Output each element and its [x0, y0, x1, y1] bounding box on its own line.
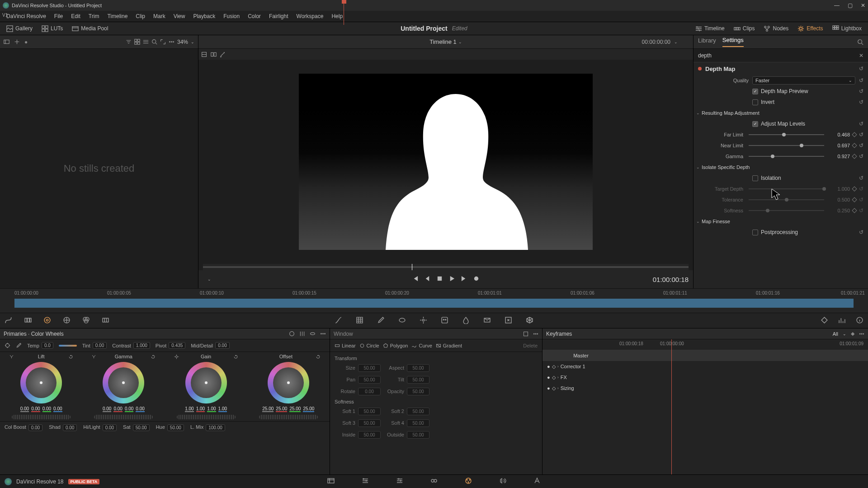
play-button[interactable]: [448, 275, 455, 283]
effect-reset-icon[interactable]: ↺: [859, 66, 863, 72]
quality-select[interactable]: Faster⌄: [752, 76, 855, 84]
gain-wheel[interactable]: Gain 1.001.001.001.00: [168, 354, 245, 419]
options-icon[interactable]: [169, 39, 175, 45]
motion-effects-icon[interactable]: [102, 316, 109, 325]
timeline-dropdown-icon[interactable]: ⌄: [458, 40, 462, 44]
keyframes-fx-row[interactable]: ●◇›FX: [542, 372, 868, 383]
mediapool-button[interactable]: Media Pool: [69, 24, 111, 33]
zoom-level[interactable]: 34%: [177, 39, 188, 45]
viewer-scrub[interactable]: [203, 264, 689, 270]
isolation-checkbox[interactable]: [752, 175, 758, 181]
primaries-options-icon[interactable]: [320, 331, 326, 337]
tab-settings[interactable]: Settings: [722, 37, 744, 47]
reset-icon[interactable]: [68, 354, 73, 359]
stop-button[interactable]: [436, 275, 443, 283]
prev-clip-button[interactable]: [412, 275, 419, 283]
fairlight-page-button[interactable]: [499, 477, 506, 486]
nodes-button[interactable]: Nodes: [761, 24, 791, 33]
menu-view[interactable]: View: [170, 12, 189, 20]
offset-wheel[interactable]: Offset 25.0025.0025.0025.00: [250, 354, 327, 419]
chevron-down-icon[interactable]: ⌄: [696, 111, 700, 115]
sizing-icon[interactable]: [505, 316, 512, 325]
sort-icon[interactable]: [126, 39, 132, 45]
postprocessing-checkbox[interactable]: [752, 230, 758, 235]
middetail-value[interactable]: 0.00: [215, 342, 229, 349]
list-view-icon[interactable]: [143, 39, 149, 45]
blur-icon[interactable]: [462, 316, 470, 325]
colorwheels-palette-icon[interactable]: [43, 316, 51, 325]
tracker-icon[interactable]: [420, 316, 427, 325]
menu-timeline[interactable]: Timeline: [104, 12, 131, 20]
timecode-top[interactable]: 00:00:00:00: [642, 39, 670, 45]
menu-file[interactable]: File: [51, 12, 66, 20]
split-screen-icon[interactable]: [211, 52, 217, 57]
menu-playback[interactable]: Playback: [189, 12, 219, 20]
menu-color[interactable]: Color: [244, 12, 264, 20]
keyframe-icon[interactable]: [852, 143, 857, 148]
step-back-button[interactable]: [424, 275, 431, 283]
gallery-button[interactable]: Gallery: [4, 24, 35, 33]
clear-search-button[interactable]: ✕: [859, 52, 863, 59]
minimize-button[interactable]: —: [834, 2, 840, 9]
mini-timeline[interactable]: 01:00:00:00 01:00:00:05 01:00:00:10 01:0…: [0, 288, 868, 313]
far-limit-slider[interactable]: Far Limit 0.468 ↺: [693, 129, 868, 140]
highlight-icon[interactable]: [201, 52, 207, 57]
warper-icon[interactable]: [356, 316, 363, 325]
deliver-page-button[interactable]: [533, 477, 541, 486]
bars-mode-icon[interactable]: [299, 331, 305, 337]
search-icon[interactable]: [151, 39, 157, 45]
close-button[interactable]: ✕: [861, 2, 865, 9]
awb-icon[interactable]: [16, 343, 22, 348]
linear-shape-button[interactable]: Linear: [335, 343, 356, 348]
info-icon[interactable]: [856, 316, 863, 325]
luts-button[interactable]: LUTs: [39, 24, 66, 33]
video-track[interactable]: [14, 299, 854, 308]
menu-workspace[interactable]: Workspace: [293, 12, 327, 20]
3d-icon[interactable]: [526, 316, 533, 325]
menu-trim[interactable]: Trim: [85, 12, 103, 20]
fusion-page-button[interactable]: [430, 477, 438, 486]
window-preset-icon[interactable]: [523, 331, 528, 337]
polygon-shape-button[interactable]: Polygon: [383, 343, 408, 348]
media-page-button[interactable]: [327, 477, 335, 486]
keyframes-master-row[interactable]: Master: [542, 350, 868, 361]
curves-palette-icon[interactable]: [5, 316, 12, 325]
scopes-icon[interactable]: [838, 316, 846, 325]
expand-icon[interactable]: [160, 39, 166, 45]
keyframe-marker-icon[interactable]: ◆: [851, 331, 854, 337]
tab-library[interactable]: Library: [698, 37, 716, 47]
near-limit-slider[interactable]: Near Limit 0.697 ↺: [693, 140, 868, 151]
pivot-value[interactable]: 0.435: [169, 342, 185, 349]
tint-value[interactable]: 0.00: [93, 342, 107, 349]
gamma-wheel[interactable]: Gamma 0.000.000.000.00: [85, 354, 162, 419]
next-clip-button[interactable]: [461, 275, 467, 283]
keyframes-sizing-row[interactable]: ●◇›Sizing: [542, 383, 868, 394]
gamma-slider[interactable]: Gamma 0.927 ↺: [693, 151, 868, 162]
log-mode-icon[interactable]: [310, 331, 316, 337]
timeline-playhead[interactable]: [344, 0, 344, 25]
eyedropper-icon[interactable]: [377, 316, 385, 325]
magicmask-icon[interactable]: [220, 52, 226, 57]
record-icon[interactable]: ●: [24, 39, 28, 45]
effect-search-input[interactable]: [698, 52, 859, 59]
color-page-button[interactable]: [465, 477, 472, 486]
keyframes-playhead[interactable]: [671, 339, 672, 478]
curves-icon[interactable]: [335, 316, 342, 325]
maximize-button[interactable]: ▢: [848, 2, 853, 9]
keyframe-icon[interactable]: [852, 132, 857, 137]
menu-clip[interactable]: Clip: [132, 12, 149, 20]
wheels-mode-icon[interactable]: [289, 331, 295, 337]
adjust-levels-checkbox[interactable]: [752, 121, 758, 127]
window-icon[interactable]: [398, 316, 406, 325]
keyframe-palette-icon[interactable]: [821, 316, 828, 325]
hdr-palette-icon[interactable]: [63, 316, 71, 325]
circle-shape-button[interactable]: Circle: [359, 343, 379, 348]
viewer-preview[interactable]: [198, 60, 693, 264]
inspector-search-icon[interactable]: [857, 39, 863, 45]
delete-shape-button[interactable]: Delete: [523, 343, 538, 348]
depth-preview-checkbox[interactable]: [752, 89, 758, 94]
zoom-chevron-icon[interactable]: ⌄: [191, 40, 194, 44]
effect-enable-dot[interactable]: [698, 67, 702, 70]
contrast-value[interactable]: 1.000: [133, 342, 150, 349]
magicmask-palette-icon[interactable]: [441, 316, 448, 325]
